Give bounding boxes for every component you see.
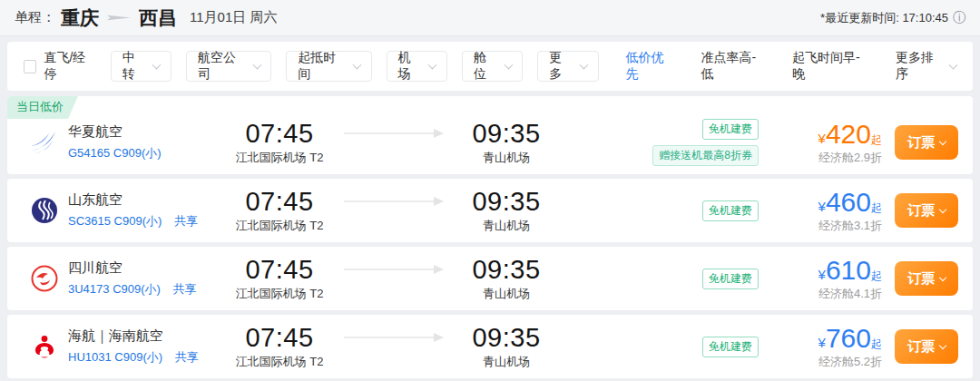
shandong-airlines-logo-icon <box>30 196 59 225</box>
codeshare-label: 共享 <box>174 214 198 228</box>
departure-airport: 江北国际机场 T2 <box>220 150 338 166</box>
fee-free-tag: 免机建费 <box>702 269 759 289</box>
filter-airport[interactable]: 机场 <box>387 51 447 82</box>
filter-time[interactable]: 起抵时间 <box>286 51 371 82</box>
currency-symbol: ¥ <box>818 199 826 214</box>
codeshare-label: 共享 <box>173 282 197 296</box>
chevron-down-icon <box>352 60 361 69</box>
fee-free-tag: 免机建费 <box>702 200 759 221</box>
filter-bar: 直飞/经停 中转 航空公司 起抵时间 机场 舱位 更多 低价优先 准点率高-低 … <box>7 42 973 91</box>
airline-info: 华夏航空 G54165 C909(小) <box>7 123 220 161</box>
price-value: 610 <box>826 255 871 285</box>
flight-row[interactable]: 当日低价 华夏航空 G54165 C909(小) 07:45 江北国际机场 T2… <box>7 96 973 174</box>
price-block: ¥460起 经济舱3.1折 <box>764 187 882 234</box>
departure-time: 07:45 <box>220 323 338 353</box>
flight-arrow-icon <box>344 269 442 270</box>
currency-symbol: ¥ <box>818 335 826 350</box>
sort-departure-time[interactable]: 起飞时间早-晚 <box>792 50 868 83</box>
sort-options: 低价优先 准点率高-低 起飞时间早-晚 更多排序 <box>599 50 956 83</box>
chevron-down-icon <box>428 60 437 69</box>
cabin-discount: 经济舱4.1折 <box>764 286 882 302</box>
from-city: 重庆 <box>61 5 99 31</box>
currency-symbol: ¥ <box>818 131 826 146</box>
promo-tags: 免机建费 <box>609 269 759 289</box>
arrival-block: 09:35 青山机场 <box>447 323 565 370</box>
filter-transfer[interactable]: 中转 <box>111 51 172 82</box>
chevron-down-icon <box>252 60 261 69</box>
direct-flight-checkbox[interactable] <box>24 60 36 73</box>
price-value: 760 <box>826 323 871 353</box>
flight-row[interactable]: 海航｜海南航空 HU1031 C909(小) 共享 07:45 江北国际机场 T… <box>7 315 973 378</box>
airline-name: 四川航空 <box>68 259 197 277</box>
price-suffix: 起 <box>871 133 882 146</box>
chevron-down-icon <box>939 137 946 144</box>
arrival-airport: 青山机场 <box>447 286 565 302</box>
chevron-down-icon <box>939 273 946 280</box>
price-value: 460 <box>826 187 871 217</box>
sort-on-time-rate[interactable]: 准点率高-低 <box>701 50 766 83</box>
direct-flight-label: 直飞/经停 <box>44 50 95 83</box>
departure-time: 07:45 <box>220 119 338 149</box>
china-express-airlines-logo-icon <box>30 128 59 157</box>
departure-airport: 江北国际机场 T2 <box>220 354 338 370</box>
departure-block: 07:45 江北国际机场 T2 <box>220 187 338 234</box>
filter-airport-label: 机场 <box>398 50 423 83</box>
book-button[interactable]: 订票 <box>895 193 958 228</box>
sort-lowest-price[interactable]: 低价优先 <box>626 50 674 83</box>
promo-tags: 免机建费 赠接送机最高8折券 <box>609 119 759 166</box>
flight-arrow-icon <box>344 200 442 202</box>
last-updated-text: *最近更新时间: 17:10:45 ⓘ <box>820 10 965 26</box>
book-button-label: 订票 <box>907 338 935 356</box>
price-block: ¥760起 经济舱5.2折 <box>764 323 882 370</box>
arrival-airport: 青山机场 <box>447 218 565 234</box>
departure-time: 07:45 <box>220 187 338 217</box>
chevron-down-icon <box>939 205 946 212</box>
sort-more-label: 更多排序 <box>896 50 944 83</box>
airline-info: 山东航空 SC3615 C909(小) 共享 <box>7 191 220 230</box>
to-city: 西昌 <box>139 5 177 31</box>
cabin-discount: 经济舱5.2折 <box>764 354 882 370</box>
airline-name: 海航｜海南航空 <box>68 327 199 345</box>
currency-symbol: ¥ <box>818 267 826 282</box>
price-suffix: 起 <box>871 337 882 350</box>
filter-more[interactable]: 更多 <box>537 51 598 82</box>
updated-time: *最近更新时间: 17:10:45 <box>820 10 948 26</box>
chevron-down-icon <box>579 60 588 69</box>
filter-time-label: 起抵时间 <box>298 50 347 83</box>
flight-row[interactable]: 四川航空 3U4173 C909(小) 共享 07:45 江北国际机场 T2 0… <box>7 247 973 310</box>
flight-number[interactable]: HU1031 C909(小) <box>68 350 162 364</box>
departure-block: 07:45 江北国际机场 T2 <box>220 323 338 370</box>
filter-cabin-label: 舱位 <box>474 50 498 83</box>
sort-more[interactable]: 更多排序 <box>896 50 956 83</box>
chevron-down-icon <box>152 60 162 69</box>
flight-number[interactable]: G54165 C909(小) <box>68 146 162 160</box>
arrival-block: 09:35 青山机场 <box>447 255 565 302</box>
flight-row[interactable]: 山东航空 SC3615 C909(小) 共享 07:45 江北国际机场 T2 0… <box>7 179 973 242</box>
flight-number[interactable]: SC3615 C909(小) <box>68 214 162 228</box>
direct-flight-checkbox-group[interactable]: 直飞/经停 <box>24 50 96 83</box>
info-icon[interactable]: ⓘ <box>953 10 965 26</box>
filter-airline[interactable]: 航空公司 <box>186 51 271 82</box>
promo-tags: 免机建费 <box>609 200 759 221</box>
book-button[interactable]: 订票 <box>895 329 958 364</box>
chevron-down-icon <box>949 60 958 69</box>
flight-date: 11月01日 周六 <box>190 9 277 26</box>
filter-airline-label: 航空公司 <box>198 50 247 83</box>
route-arrow-icon <box>107 13 131 24</box>
filter-cabin[interactable]: 舱位 <box>462 51 523 82</box>
price-suffix: 起 <box>871 269 882 282</box>
arrival-block: 09:35 青山机场 <box>447 119 565 166</box>
arrival-time: 09:35 <box>447 255 565 285</box>
book-button[interactable]: 订票 <box>895 125 958 160</box>
chevron-down-icon <box>504 60 513 69</box>
departure-time: 07:45 <box>220 255 338 285</box>
arrival-block: 09:35 青山机场 <box>447 187 565 234</box>
flight-number[interactable]: 3U4173 C909(小) <box>68 282 161 296</box>
arrival-airport: 青山机场 <box>447 150 565 166</box>
book-button[interactable]: 订票 <box>895 261 958 296</box>
cabin-discount: 经济舱2.9折 <box>764 150 882 166</box>
departure-airport: 江北国际机场 T2 <box>220 286 338 302</box>
price-suffix: 起 <box>871 201 882 214</box>
departure-block: 07:45 江北国际机场 T2 <box>220 119 338 166</box>
codeshare-label: 共享 <box>175 350 199 364</box>
